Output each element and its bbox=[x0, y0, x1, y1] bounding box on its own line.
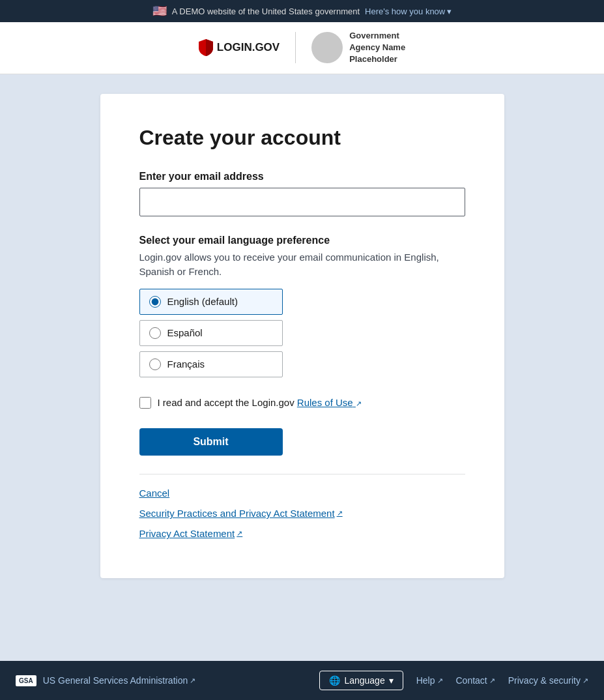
submit-button[interactable]: Submit bbox=[139, 428, 283, 456]
banner-text: A DEMO website of the United States gove… bbox=[172, 7, 360, 16]
gsa-external-icon: ↗ bbox=[190, 677, 195, 685]
page-title: Create your account bbox=[139, 125, 465, 150]
gov-banner: 🇺🇸 A DEMO website of the United States g… bbox=[0, 0, 604, 22]
security-external-icon: ↗ bbox=[337, 509, 343, 518]
contact-link[interactable]: Contact ↗ bbox=[456, 675, 495, 686]
privacy-security-external-icon: ↗ bbox=[582, 677, 588, 685]
privacy-act-link[interactable]: Privacy Act Statement ↗ bbox=[139, 528, 465, 539]
site-footer: GSA US General Services Administration ↗… bbox=[0, 661, 604, 700]
privacy-external-icon: ↗ bbox=[237, 529, 242, 538]
cancel-link[interactable]: Cancel bbox=[139, 488, 465, 499]
language-description: Login.gov allows you to receive your ema… bbox=[139, 250, 465, 280]
radio-espanol[interactable] bbox=[149, 327, 161, 339]
section-divider bbox=[139, 474, 465, 474]
gsa-text-link[interactable]: US General Services Administration ↗ bbox=[43, 675, 196, 686]
footer-left: GSA US General Services Administration ↗ bbox=[16, 675, 195, 686]
heres-how-link[interactable]: Here's how you know ▾ bbox=[365, 7, 452, 16]
agency-name: GovernmentAgency NamePlaceholder bbox=[349, 30, 405, 66]
rules-of-use-link[interactable]: Rules of Use ↗ bbox=[297, 397, 362, 408]
site-header: LOGIN.GOV GovernmentAgency NamePlacehold… bbox=[0, 22, 604, 74]
terms-checkbox-section: I read and accept the Login.gov Rules of… bbox=[139, 396, 465, 411]
help-link[interactable]: Help ↗ bbox=[416, 675, 443, 686]
security-practices-link[interactable]: Security Practices and Privacy Act State… bbox=[139, 508, 465, 519]
agency-placeholder: GovernmentAgency NamePlaceholder bbox=[311, 30, 405, 66]
privacy-security-link[interactable]: Privacy & security ↗ bbox=[508, 675, 588, 686]
checkbox-text: I read and accept the Login.gov bbox=[158, 397, 297, 408]
contact-external-icon: ↗ bbox=[489, 677, 495, 685]
help-external-icon: ↗ bbox=[437, 677, 443, 685]
logo-text: LOGIN.GOV bbox=[217, 41, 280, 54]
card-footer-links: Cancel Security Practices and Privacy Ac… bbox=[139, 488, 465, 539]
radio-option-francais[interactable]: Français bbox=[139, 351, 283, 377]
chevron-down-icon: ▾ bbox=[389, 675, 394, 686]
radio-label-francais: Français bbox=[167, 358, 205, 370]
main-content: Create your account Enter your email add… bbox=[0, 74, 604, 661]
accept-terms-label[interactable]: I read and accept the Login.gov Rules of… bbox=[158, 396, 362, 411]
email-input[interactable] bbox=[139, 188, 465, 216]
create-account-card: Create your account Enter your email add… bbox=[100, 94, 504, 579]
login-gov-logo[interactable]: LOGIN.GOV bbox=[199, 39, 280, 56]
globe-icon: 🌐 bbox=[329, 675, 340, 686]
accept-terms-checkbox[interactable] bbox=[139, 397, 151, 409]
footer-right: 🌐 Language ▾ Help ↗ Contact ↗ Privacy & … bbox=[319, 671, 588, 690]
gsa-logo: GSA bbox=[16, 675, 36, 686]
email-form-group: Enter your email address bbox=[139, 171, 465, 216]
radio-label-espanol: Español bbox=[167, 327, 203, 338]
radio-english[interactable] bbox=[149, 296, 161, 308]
agency-logo-placeholder bbox=[311, 32, 343, 63]
radio-label-english: English (default) bbox=[167, 296, 238, 307]
radio-francais[interactable] bbox=[149, 358, 161, 370]
shield-icon bbox=[199, 39, 213, 56]
us-flag-icon: 🇺🇸 bbox=[152, 4, 167, 18]
language-preference-label: Select your email language preference bbox=[139, 235, 465, 246]
language-selector-button[interactable]: 🌐 Language ▾ bbox=[319, 671, 403, 690]
header-divider bbox=[295, 32, 296, 63]
radio-option-espanol[interactable]: Español bbox=[139, 320, 283, 346]
language-preference-section: Select your email language preference Lo… bbox=[139, 235, 465, 377]
email-label: Enter your email address bbox=[139, 171, 465, 182]
external-link-icon: ↗ bbox=[356, 398, 362, 409]
radio-option-english[interactable]: English (default) bbox=[139, 289, 283, 315]
